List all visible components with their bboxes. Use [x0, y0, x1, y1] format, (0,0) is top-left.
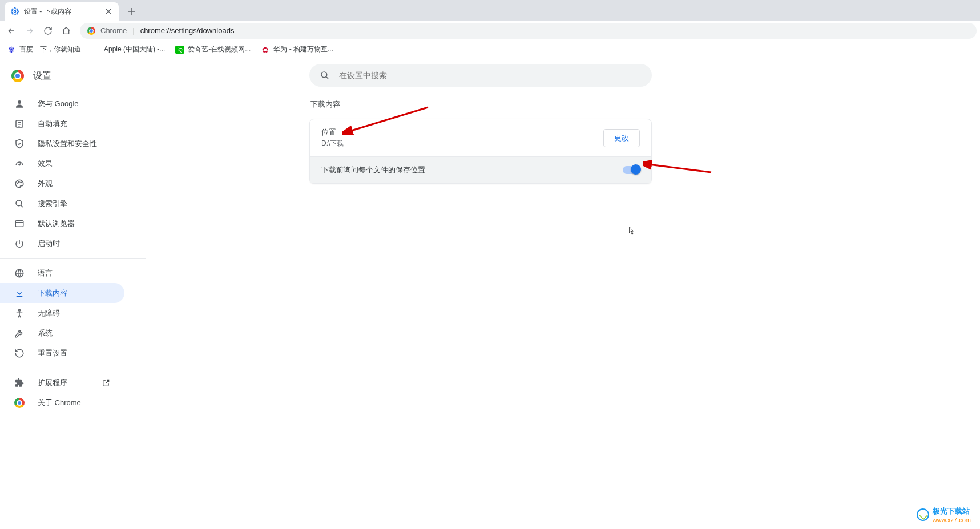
- svg-point-0: [14, 10, 16, 13]
- sidebar-item-label: 重置设置: [38, 348, 67, 358]
- sidebar-item-chrome[interactable]: 关于 Chrome: [0, 393, 124, 413]
- chrome-logo-icon: [11, 70, 24, 82]
- ask-location-toggle[interactable]: [623, 166, 640, 174]
- home-button[interactable]: [58, 23, 74, 39]
- app-header: 设置: [0, 66, 146, 91]
- bookmark-label: 百度一下，你就知道: [19, 45, 81, 54]
- autofill-icon: [14, 118, 25, 130]
- bookmark-item[interactable]: ✿ 华为 - 构建万物互...: [261, 45, 333, 54]
- person-icon: [14, 98, 25, 110]
- sidebar-item-palette[interactable]: 外观: [0, 173, 124, 193]
- watermark-title: 极光下载站: [933, 506, 971, 516]
- sidebar-item-label: 默认浏览器: [38, 219, 75, 229]
- sidebar-item-power[interactable]: 启动时: [0, 233, 124, 253]
- bookmark-item[interactable]: ✾ 百度一下，你就知道: [7, 45, 81, 54]
- settings-sidebar: 设置 您与 Google自动填充隐私设置和安全性效果外观搜索引擎默认浏览器启动时…: [0, 58, 146, 529]
- omnibox-url: chrome://settings/downloads: [140, 26, 235, 35]
- sidebar-item-accessibility[interactable]: 无障碍: [0, 303, 124, 323]
- reload-button[interactable]: [40, 23, 56, 39]
- app-title: 设置: [33, 70, 51, 82]
- sidebar-item-extension[interactable]: 扩展程序: [0, 373, 124, 393]
- power-icon: [14, 238, 25, 249]
- back-button[interactable]: [3, 23, 19, 39]
- settings-content: 设置 您与 Google自动填充隐私设置和安全性效果外观搜索引擎默认浏览器启动时…: [0, 58, 980, 529]
- sidebar-item-label: 您与 Google: [38, 99, 79, 109]
- bookmark-item[interactable]: Apple (中国大陆) -...: [91, 45, 165, 54]
- nav-divider: [0, 368, 146, 368]
- new-tab-button[interactable]: [123, 3, 139, 19]
- sidebar-item-label: 隐私设置和安全性: [38, 139, 97, 149]
- bookmarks-bar: ✾ 百度一下，你就知道 Apple (中国大陆) -... iQ 爱奇艺-在线视…: [0, 41, 980, 58]
- sidebar-item-restore[interactable]: 重置设置: [0, 343, 124, 363]
- search-icon: [14, 198, 25, 209]
- tab-title: 设置 - 下载内容: [24, 7, 71, 17]
- shield-icon: [14, 138, 25, 150]
- section-title: 下载内容: [310, 99, 652, 110]
- tab-strip: 设置 - 下载内容: [0, 0, 980, 21]
- extension-icon: [14, 377, 25, 389]
- svg-point-1: [18, 100, 21, 104]
- sidebar-item-label: 搜索引擎: [38, 199, 67, 209]
- iqiyi-icon: iQ: [175, 46, 184, 54]
- browser-icon: [14, 218, 25, 229]
- svg-point-3: [19, 164, 20, 165]
- svg-point-7: [16, 200, 22, 206]
- chrome-icon: [87, 26, 96, 35]
- sidebar-item-search[interactable]: 搜索引擎: [0, 193, 124, 213]
- sidebar-item-label: 自动填充: [38, 119, 67, 129]
- speedometer-icon: [14, 158, 25, 169]
- watermark-logo-icon: [917, 508, 929, 521]
- sidebar-item-label: 启动时: [38, 239, 60, 249]
- svg-point-11: [19, 309, 21, 311]
- sidebar-item-globe[interactable]: 语言: [0, 263, 124, 283]
- ask-location-label: 下载前询问每个文件的保存位置: [321, 165, 425, 175]
- location-value: D:\下载: [321, 139, 344, 148]
- bookmark-label: 爱奇艺-在线视频网...: [188, 45, 251, 54]
- sidebar-item-label: 扩展程序: [38, 378, 67, 388]
- external-link-icon: [102, 378, 111, 387]
- sidebar-item-browser[interactable]: 默认浏览器: [0, 213, 124, 233]
- change-location-button[interactable]: 更改: [603, 129, 640, 147]
- search-input[interactable]: [339, 71, 642, 80]
- sidebar-item-autofill[interactable]: 自动填充: [0, 114, 124, 134]
- globe-icon: [14, 268, 25, 279]
- sidebar-item-speedometer[interactable]: 效果: [0, 154, 124, 173]
- svg-point-4: [17, 183, 18, 184]
- search-icon: [320, 70, 330, 80]
- omnibox-separator: |: [132, 26, 134, 35]
- sidebar-item-label: 效果: [38, 159, 53, 169]
- nav-list: 您与 Google自动填充隐私设置和安全性效果外观搜索引擎默认浏览器启动时语言下…: [0, 91, 146, 415]
- browser-tab[interactable]: 设置 - 下载内容: [5, 2, 119, 21]
- svg-point-5: [19, 181, 20, 182]
- watermark: 极光下载站 www.xz7.com: [917, 506, 971, 523]
- gear-icon: [10, 7, 19, 16]
- sidebar-item-label: 语言: [38, 268, 53, 278]
- location-row: 位置 D:\下载 更改: [310, 119, 651, 156]
- sidebar-item-person[interactable]: 您与 Google: [0, 94, 124, 114]
- settings-main: 下载内容 位置 D:\下载 更改 下载前询问每个文件的保存位置: [146, 58, 980, 529]
- bookmark-label: 华为 - 构建万物互...: [273, 45, 333, 54]
- watermark-url: www.xz7.com: [933, 516, 971, 523]
- svg-point-6: [21, 182, 22, 183]
- downloads-card: 位置 D:\下载 更改 下载前询问每个文件的保存位置: [309, 119, 652, 184]
- sidebar-item-label: 下载内容: [38, 288, 67, 298]
- address-bar[interactable]: Chrome | chrome://settings/downloads: [80, 23, 977, 39]
- settings-search[interactable]: [309, 64, 652, 87]
- apple-icon: [91, 45, 100, 54]
- svg-rect-10: [17, 296, 23, 297]
- restore-icon: [14, 348, 25, 359]
- browser-toolbar: Chrome | chrome://settings/downloads: [0, 21, 980, 41]
- close-icon[interactable]: [104, 7, 113, 16]
- svg-point-12: [321, 72, 327, 78]
- sidebar-item-download[interactable]: 下载内容: [0, 283, 124, 303]
- omnibox-prefix: Chrome: [100, 26, 127, 35]
- sidebar-item-label: 无障碍: [38, 308, 60, 318]
- download-icon: [14, 288, 25, 299]
- bookmark-item[interactable]: iQ 爱奇艺-在线视频网...: [175, 45, 251, 54]
- sidebar-item-shield[interactable]: 隐私设置和安全性: [0, 134, 124, 154]
- sidebar-item-wrench[interactable]: 系统: [0, 323, 124, 343]
- ask-location-row[interactable]: 下载前询问每个文件的保存位置: [310, 156, 651, 183]
- huawei-icon: ✿: [261, 45, 270, 54]
- palette-icon: [14, 178, 25, 189]
- forward-button[interactable]: [22, 23, 38, 39]
